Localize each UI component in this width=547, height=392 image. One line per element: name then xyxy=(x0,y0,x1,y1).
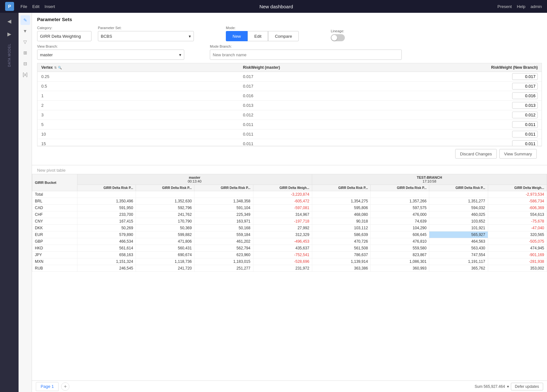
new-branch-input-4[interactable] xyxy=(512,112,538,118)
pivot-cell-v8: 554,613 xyxy=(488,211,547,218)
page-title: New dashboard xyxy=(61,4,491,9)
pivot-cell-v3: 559,184 xyxy=(194,231,253,238)
mode-branch-input[interactable] xyxy=(210,50,402,60)
admin-btn[interactable]: admin xyxy=(531,4,542,9)
new-branch-input-2[interactable] xyxy=(512,92,538,99)
new-branch-cell xyxy=(390,101,542,110)
pivot-col-header-2: GIRR Delta Risk P... xyxy=(194,185,253,191)
new-branch-input-3[interactable] xyxy=(512,102,538,109)
tool-filter1[interactable]: ▼ xyxy=(20,26,30,36)
pivot-row-label: MXN xyxy=(32,258,77,265)
pivot-cell-v7: 103,652 xyxy=(429,218,488,225)
tool-variable[interactable]: [x] xyxy=(20,70,30,79)
pivot-cell-v3: 251,277 xyxy=(194,265,253,272)
view-branch-select[interactable]: master ▾ xyxy=(37,50,184,60)
master-cell: 0.017 xyxy=(239,82,390,91)
menu-file[interactable]: File xyxy=(20,4,27,9)
main-content: Parameter Sets Category: GIRR Delta Weig… xyxy=(32,13,547,392)
tool-grid2[interactable]: ⊟ xyxy=(20,59,30,68)
defer-updates-btn[interactable]: Defer updates xyxy=(511,383,543,390)
new-branch-input-6[interactable] xyxy=(512,131,538,137)
tool-grid1[interactable]: ⊞ xyxy=(20,48,30,58)
pivot-cell-v2 xyxy=(136,191,194,198)
pivot-cell-v8: -2,973,534 xyxy=(488,191,547,198)
pivot-cell-v4: 231,972 xyxy=(253,265,312,272)
pivot-cell-v1: 466,534 xyxy=(77,238,136,245)
pivot-row-label: JPY xyxy=(32,252,77,258)
new-branch-cell xyxy=(390,72,542,82)
tool-filter2[interactable]: ▽ xyxy=(20,37,30,47)
pivot-cell-v4: 435,637 xyxy=(253,245,312,252)
view-branch-label: View Branch: xyxy=(37,44,197,48)
tool-edit[interactable]: ✎ xyxy=(20,15,30,25)
present-btn[interactable]: Present xyxy=(497,4,512,9)
pivot-cell-v2: 170,790 xyxy=(136,218,194,225)
pivot-table-row: GBP466,534471,806461,202-496,453470,7264… xyxy=(32,238,547,245)
sidebar-collapse-right[interactable]: ▶ xyxy=(4,28,15,40)
sort-icon[interactable]: ⇅ xyxy=(54,66,57,69)
master-cell: 0.011 xyxy=(239,139,390,146)
pivot-cell-v2: 50,369 xyxy=(136,225,194,231)
pivot-cell-v5: 595,806 xyxy=(312,205,370,211)
view-summary-btn[interactable]: View Summary xyxy=(499,149,537,159)
add-tab-btn[interactable]: + xyxy=(61,382,69,391)
master-cell: 0.012 xyxy=(239,110,390,120)
pivot-cell-v7: 747,554 xyxy=(429,252,488,258)
topbar-menu: File Edit Insert xyxy=(20,4,55,9)
menu-edit[interactable]: Edit xyxy=(32,4,39,9)
pivot-cell-v6: 476,000 xyxy=(371,211,429,218)
mode-new-btn[interactable]: New xyxy=(226,31,248,41)
param-table-wrapper: Vertex ⇅ 🔍 RiskWeight (master) RiskWeigh… xyxy=(37,63,542,146)
pivot-cell-v4: -528,696 xyxy=(253,258,312,265)
action-buttons: Discard Changes View Summary xyxy=(37,146,542,161)
lineage-toggle[interactable] xyxy=(331,34,345,41)
pivot-table-wrapper: GIRR Bucket master 00:13:40 TEST-BRANCH … xyxy=(32,174,547,380)
param-table-row: 15 0.011 xyxy=(37,139,542,146)
pivot-cell-v1: 1,350,496 xyxy=(77,198,136,205)
vertex-cell: 3 xyxy=(37,110,239,120)
pivot-cell-v4: 27,992 xyxy=(253,225,312,231)
pivot-cell-v7 xyxy=(429,191,488,198)
pivot-cell-v1: 561,614 xyxy=(77,245,136,252)
pivot-cell-v3: 1,183,015 xyxy=(194,258,253,265)
menu-insert[interactable]: Insert xyxy=(44,4,55,9)
pivot-col-header-5: GIRR Delta Risk P... xyxy=(371,185,429,191)
category-input[interactable]: GIRR Delta Weighting xyxy=(37,31,91,41)
help-btn[interactable]: Help xyxy=(517,4,526,9)
pivot-table-row: CHF233,700241,762225,349314,967468,08047… xyxy=(32,211,547,218)
new-branch-input-0[interactable] xyxy=(512,73,538,80)
discard-changes-btn[interactable]: Discard Changes xyxy=(455,149,497,159)
new-branch-cell xyxy=(390,91,542,101)
page-tab-1[interactable]: Page 1 xyxy=(36,382,59,391)
mode-field: Mode: New Edit Compare xyxy=(226,26,299,41)
mode-group: New Edit Compare xyxy=(226,31,299,41)
pivot-cell-v3: 163,971 xyxy=(194,218,253,225)
pivot-cell-v3: 591,104 xyxy=(194,205,253,211)
pivot-cell-v4: -197,718 xyxy=(253,218,312,225)
param-set-select[interactable]: BCBS ▾ xyxy=(98,31,194,41)
param-table: Vertex ⇅ 🔍 RiskWeight (master) RiskWeigh… xyxy=(37,63,542,146)
pivot-col-header-0: GIRR Delta Risk P... xyxy=(77,185,136,191)
sum-chevron[interactable]: ▾ xyxy=(507,384,509,389)
new-branch-input-1[interactable] xyxy=(512,83,538,90)
vertex-cell: 5 xyxy=(37,120,239,129)
param-table-row: 5 0.011 xyxy=(37,120,542,129)
sidebar-collapse-left[interactable]: ◀ xyxy=(4,15,15,27)
pivot-cell-v6: 104,290 xyxy=(371,225,429,231)
mode-edit-btn[interactable]: Edit xyxy=(248,31,268,41)
new-branch-cell xyxy=(390,120,542,129)
pivot-cell-v8: -281,938 xyxy=(488,258,547,265)
mode-compare-btn[interactable]: Compare xyxy=(268,31,298,41)
pivot-cell-v4: -496,453 xyxy=(253,238,312,245)
pivot-cell-v1: 50,269 xyxy=(77,225,136,231)
pivot-cell-v5: 561,508 xyxy=(312,245,370,252)
vertex-header: Vertex ⇅ 🔍 xyxy=(41,65,235,70)
testbranch-group-header: TEST-BRANCH 17:10:58 xyxy=(312,174,547,185)
search-icon[interactable]: 🔍 xyxy=(58,66,62,69)
main-layout: ◀ ▶ DATA MODEL ✎ ▼ ▽ ⊞ ⊟ [x] Parameter S… xyxy=(0,13,547,392)
vertex-cell: 2 xyxy=(37,101,239,110)
pivot-cell-v2: 599,882 xyxy=(136,231,194,238)
new-branch-cell xyxy=(390,129,542,139)
new-branch-input-5[interactable] xyxy=(512,121,538,128)
new-branch-input-7[interactable] xyxy=(512,140,538,146)
